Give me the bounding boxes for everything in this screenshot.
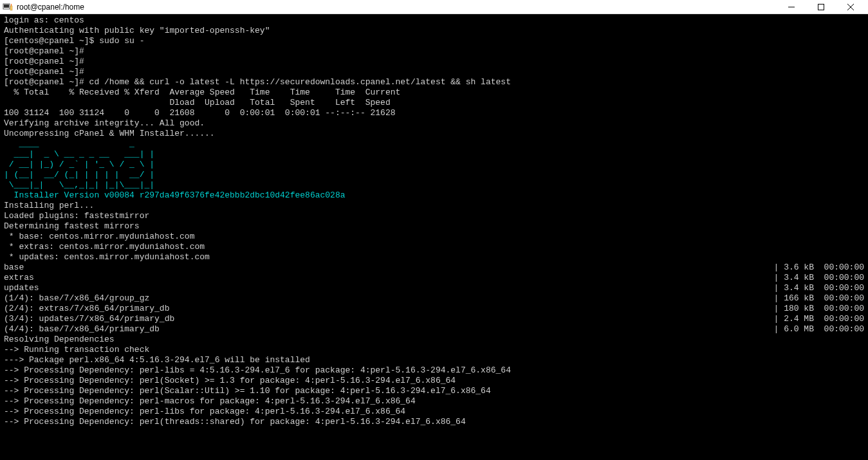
- terminal-line: ___| _ \ __ _ _ __ ___| |: [4, 149, 864, 160]
- maximize-button[interactable]: [806, 0, 836, 14]
- terminal-line: [centos@cpanel ~]$ sudo su -: [4, 36, 864, 46]
- terminal-line: Uncompressing cPanel & WHM Installer....…: [4, 129, 864, 139]
- window-controls: [777, 0, 865, 14]
- terminal-line: Installer Version v00084 r297da49f6376fe…: [4, 190, 864, 201]
- terminal-line: Loaded plugins: fastestmirror: [4, 211, 864, 221]
- terminal-line: * base: centos.mirror.myduniahost.com: [4, 232, 864, 242]
- terminal-line: --> Processing Dependency: perl(Scalar::…: [4, 386, 864, 396]
- terminal-line: --> Processing Dependency: perl(Socket) …: [4, 376, 864, 386]
- terminal-line: 100 31124 100 31124 0 0 21608 0 0:00:01 …: [4, 108, 864, 118]
- terminal-line: * updates: centos.mirror.myduniahost.com: [4, 252, 864, 262]
- svg-rect-1: [4, 5, 9, 8]
- terminal-line: base| 3.6 kB 00:00:00: [4, 262, 864, 273]
- terminal-line: (3/4): updates/7/x86_64/primary_db| 2.4 …: [4, 314, 864, 324]
- terminal-line: / __| |_) / _` | '_ \ / _ \ |: [4, 160, 864, 170]
- terminal-line: * extras: centos.mirror.myduniahost.com: [4, 242, 864, 252]
- close-button[interactable]: [836, 0, 865, 14]
- terminal-line: Installing perl...: [4, 201, 864, 211]
- terminal-line: [root@cpanel ~]#: [4, 57, 864, 67]
- terminal-line: Verifying archive integrity... All good.: [4, 118, 864, 129]
- terminal-line: (2/4): extras/7/x86_64/primary_db| 180 k…: [4, 304, 864, 314]
- terminal-line: Dload Upload Total Spent Left Speed: [4, 98, 864, 108]
- terminal-line: Resolving Dependencies: [4, 335, 864, 345]
- terminal-line: --> Processing Dependency: perl-libs for…: [4, 407, 864, 417]
- terminal-line: | (__| __/ (_| | | | | __/ |: [4, 170, 864, 180]
- terminal-line: Authenticating with public key "imported…: [4, 26, 864, 36]
- terminal-line: --> Running transaction check: [4, 345, 864, 355]
- terminal-line: Determining fastest mirrors: [4, 221, 864, 232]
- terminal-line: ____ _: [4, 139, 864, 149]
- terminal-line: --> Processing Dependency: perl-libs = 4…: [4, 365, 864, 376]
- terminal-line: login as: centos: [4, 15, 864, 26]
- terminal-line: (1/4): base/7/x86_64/group_gz| 166 kB 00…: [4, 293, 864, 304]
- terminal-line: [root@cpanel ~]# cd /home && curl -o lat…: [4, 77, 864, 87]
- terminal-line: [root@cpanel ~]#: [4, 46, 864, 57]
- terminal-line: extras| 3.4 kB 00:00:00: [4, 273, 864, 283]
- putty-icon: [3, 2, 13, 12]
- terminal-line: updates| 3.4 kB 00:00:00: [4, 283, 864, 293]
- terminal-line: --> Processing Dependency: perl(threads:…: [4, 417, 864, 427]
- terminal-line: (4/4): base/7/x86_64/primary_db| 6.0 MB …: [4, 324, 864, 335]
- terminal-line: [root@cpanel ~]#: [4, 67, 864, 77]
- terminal-line: % Total % Received % Xferd Average Speed…: [4, 87, 864, 98]
- terminal-line: --> Processing Dependency: perl-macros f…: [4, 396, 864, 407]
- minimize-button[interactable]: [777, 0, 806, 14]
- terminal-line: \___|_| \__,_|_| |_|\___|_|: [4, 180, 864, 190]
- svg-rect-2: [10, 6, 12, 10]
- terminal-line: ---> Package perl.x86_64 4:5.16.3-294.el…: [4, 355, 864, 365]
- window-titlebar[interactable]: root@cpanel:/home: [0, 0, 868, 14]
- svg-rect-5: [818, 4, 824, 10]
- terminal-output[interactable]: login as: centosAuthenticating with publ…: [0, 14, 868, 460]
- window-title: root@cpanel:/home: [17, 3, 777, 12]
